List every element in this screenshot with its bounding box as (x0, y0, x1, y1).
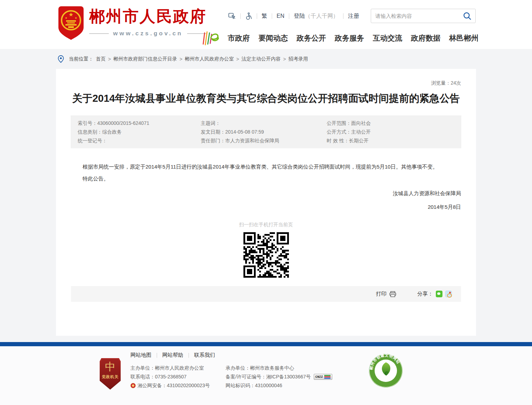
nav-item-linyi-chenzhou[interactable]: 林邑郴州 (449, 33, 478, 43)
signature: 汝城县人力资源和社会保障局 (56, 190, 476, 197)
breadcrumb-separator: > (179, 56, 182, 62)
cnzz-label: CNZZ (315, 375, 323, 379)
breadcrumb-separator: > (108, 56, 111, 62)
meta-validity: 时 效 性：长期公开 (327, 136, 454, 145)
register-link[interactable]: 注册 (343, 13, 364, 20)
qr-finder-pattern (243, 232, 256, 244)
site-header: ★ ★ ★ 郴州市人民政府 www.czs.gov.cn (0, 0, 532, 49)
qr-section: 扫一扫在手机打开当前页 (56, 222, 476, 278)
footer-security-record[interactable]: 湘公网安备：43100202000023号 (130, 383, 226, 389)
body-paragraph-2: 特此公告。 (72, 173, 460, 185)
breadcrumb-separator: > (236, 56, 239, 62)
civilized-website-badge[interactable]: e 郴州市创建文明网站 (368, 353, 403, 388)
meta-unified-reg-number: 统一登记号： (78, 136, 201, 145)
footer-inner: 中 党政机关 网站地图 网站帮助 联系我们 主办单位：郴州市人民政府办公室 承办… (56, 346, 476, 405)
site-url-row: www.czs.gov.cn (89, 30, 207, 37)
footer-icp: 备案/许可证编号：湘ICP备13003667号 CNZZ (226, 374, 332, 380)
national-emblem-icon: ★ ★ ★ (58, 6, 84, 41)
nav-item-gov-open[interactable]: 政务公开 (297, 33, 326, 43)
nav-item-interaction[interactable]: 互动交流 (373, 33, 402, 43)
meta-open-method: 公开方式：主动公开 (327, 128, 454, 136)
meta-column-3: 公开范围：面向社会 公开方式：主动公开 时 效 性：长期公开 (327, 119, 454, 145)
footer-site-code: 网站标识码：4310000046 (226, 383, 282, 389)
body-paragraph-1: 根据市局统一安排，原定于2014年5月11日进行的汝城县2014年事业单位教育类… (72, 161, 460, 173)
print-button[interactable]: 打印 (376, 291, 396, 297)
search-box (371, 9, 476, 23)
meta-subject-words: 主题词： (201, 119, 327, 128)
article-body: 根据市局统一安排，原定于2014年5月11日进行的汝城县2014年事业单位教育类… (56, 161, 476, 185)
document-meta-box: 索引号：43060000/2015-624071 信息类别：综合政务 统一登记号… (71, 115, 461, 148)
svg-text:★: ★ (65, 16, 67, 20)
footer-info-row: 联系电话：0735-2368507 备案/许可证编号：湘ICP备13003667… (130, 372, 332, 381)
english-link[interactable]: EN (272, 13, 289, 19)
breadcrumb-recruitment[interactable]: 招考录用 (289, 56, 308, 62)
party-emblem-glyph: 中 (100, 361, 121, 373)
logo-text: 郴州市人民政府 www.czs.gov.cn (89, 6, 207, 37)
login-link[interactable]: 登陆（千人千网） (289, 13, 343, 20)
login-suffix: （千人千网） (305, 13, 339, 20)
share-wechat-icon[interactable] (436, 291, 442, 297)
footer-link-sitemap[interactable]: 网站地图 (130, 352, 157, 358)
footer-info: 主办单位：郴州市人民政府办公室 承办单位：郴州市政务服务中心 联系电话：0735… (130, 364, 332, 390)
printer-icon (389, 291, 396, 297)
share-label: 分享： (417, 291, 433, 297)
meta-index-number: 索引号：43060000/2015-624071 (78, 119, 201, 128)
article-panel: 浏览量：24次 关于2014年汝城县事业单位教育类与其它综合类岗位公开招聘面试时… (56, 69, 476, 336)
footer-icp-text[interactable]: 备案/许可证编号：湘ICP备13003667号 (226, 374, 311, 380)
signature-date: 2014年5月8日 (56, 204, 476, 211)
main-nav: 市政府 要闻动态 政务公开 政务服务 互动交流 政府数据 林邑郴州 (201, 30, 478, 46)
meta-column-1: 索引号：43060000/2015-624071 信息类别：综合政务 统一登记号… (78, 119, 201, 145)
traditional-chinese-link[interactable]: 繁 (257, 13, 272, 20)
mouse-assist-icon[interactable] (224, 12, 240, 20)
view-count: 浏览量：24次 (56, 69, 476, 86)
footer-link-help[interactable]: 网站帮助 (157, 352, 189, 358)
accessibility-icon[interactable] (241, 12, 257, 20)
footer-links: 网站地图 网站帮助 联系我们 (130, 352, 220, 358)
site-logo[interactable]: ★ ★ ★ 郴州市人民政府 www.czs.gov.cn (58, 6, 207, 41)
nav-item-gov-data[interactable]: 政府数据 (411, 33, 440, 43)
breadcrumb-home[interactable]: 首页 (96, 56, 106, 62)
meta-issue-date: 发文日期：2014-05-08 07:59 (201, 128, 327, 136)
site-name: 郴州市人民政府 (89, 6, 207, 27)
breadcrumb-label: 当前位置： (69, 56, 93, 62)
breadcrumb-directory[interactable]: 郴州市政府部门信息公开目录 (113, 56, 177, 62)
footer-accent-bar (0, 342, 532, 346)
share-group: 分享： (417, 291, 452, 297)
nav-item-news[interactable]: 要闻动态 (258, 33, 288, 43)
search-button[interactable] (459, 9, 475, 23)
breadcrumb-office[interactable]: 郴州市人民政府办公室 (185, 56, 234, 62)
breadcrumb-statutory[interactable]: 法定主动公开内容 (242, 56, 281, 62)
rule-left (89, 33, 109, 34)
search-input[interactable] (371, 13, 459, 19)
cnzz-stripes-icon (324, 375, 331, 379)
svg-text:e: e (385, 369, 388, 376)
footer-info-row: 主办单位：郴州市人民政府办公室 承办单位：郴州市政务服务中心 (130, 364, 332, 372)
nav-items: 市政府 要闻动态 政务公开 政务服务 互动交流 政府数据 林邑郴州 (228, 33, 478, 43)
meta-responsible-dept: 责任部门：市人力资源和社会保障局 (201, 136, 327, 145)
action-bar: 打印 分享： (71, 286, 461, 302)
footer-host-unit: 主办单位：郴州市人民政府办公室 (130, 365, 226, 371)
footer-link-contact[interactable]: 联系我们 (189, 352, 220, 358)
search-icon (463, 12, 472, 21)
nav-brand-icon (201, 30, 219, 46)
party-badge-label: 党政机关 (100, 374, 121, 379)
meta-column-2: 主题词： 发文日期：2014-05-08 07:59 责任部门：市人力资源和社会… (201, 119, 327, 145)
footer-security-text: 湘公网安备：43100202000023号 (137, 383, 210, 389)
qr-code (243, 232, 289, 278)
share-weibo-icon[interactable] (445, 291, 452, 297)
bottom-gap (0, 336, 532, 342)
footer-info-row: 湘公网安备：43100202000023号 网站标识码：4310000046 (130, 381, 332, 390)
page: ★ ★ ★ 郴州市人民政府 www.czs.gov.cn (0, 0, 532, 405)
qr-finder-pattern (243, 265, 256, 278)
nav-item-gov-services[interactable]: 政务服务 (335, 33, 364, 43)
meta-open-scope: 公开范围：面向社会 (327, 119, 454, 128)
breadcrumb: 当前位置： 首页 > 郴州市政府部门信息公开目录 > 郴州市人民政府办公室 > … (69, 56, 308, 62)
footer-undertake-unit: 承办单位：郴州市政务服务中心 (226, 365, 294, 371)
svg-text:★: ★ (69, 12, 73, 17)
site-url: www.czs.gov.cn (109, 30, 187, 37)
cnzz-stats-badge[interactable]: CNZZ (314, 374, 333, 380)
page-title: 关于2014年汝城县事业单位教育类与其它综合类岗位公开招聘面试时间提前的紧急公告 (69, 91, 464, 106)
nav-item-city-gov[interactable]: 市政府 (228, 33, 250, 43)
login-text: 登陆 (294, 13, 305, 20)
svg-text:★: ★ (75, 16, 77, 20)
